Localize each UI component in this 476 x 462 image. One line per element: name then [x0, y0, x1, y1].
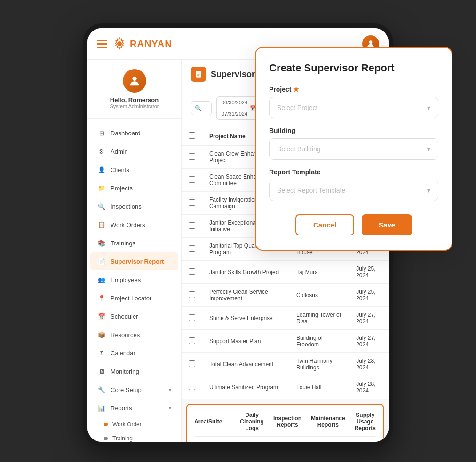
sidebar-item-label: Calendar [111, 350, 171, 357]
row-checkbox[interactable] [189, 337, 195, 344]
cell-project-name: Shine & Serve Enterprise [202, 307, 289, 330]
sidebar: Hello, Romerson System Administrator ⊞ D… [87, 60, 182, 442]
report-template-field: Report Template Select Report Template ▾ [269, 168, 438, 201]
resources-icon: 📦 [97, 330, 106, 339]
cell-project-name: Perfectly Clean Service Improvement [202, 284, 289, 307]
bottom-panel-row: 💬 🖼 🗑 Yes No [194, 437, 376, 442]
bottom-panel-header: Area/Suite DailyCleaning Logs Inspection… [194, 412, 376, 437]
sidebar-item-resources[interactable]: 📦 Resources [90, 326, 178, 344]
project-locator-icon: 📍 [97, 294, 106, 302]
row-checkbox[interactable] [189, 222, 195, 229]
monitoring-icon: 🖥 [97, 367, 106, 376]
row-checkbox[interactable] [189, 384, 195, 390]
cell-date: July 25, 2024 [349, 284, 389, 307]
building-select-box[interactable]: Select Building ▾ [269, 138, 438, 160]
row-checkbox[interactable] [189, 360, 195, 367]
admin-icon: ⚙ [97, 147, 106, 156]
sidebar-item-scheduler[interactable]: 📅 Scheduler [90, 307, 178, 325]
select-all-checkbox[interactable] [189, 132, 195, 139]
sidebar-item-label: Core Setup [111, 386, 164, 393]
template-chevron-icon: ▾ [427, 187, 430, 194]
cancel-button[interactable]: Cancel [295, 214, 354, 235]
sidebar-sub-item-work-order[interactable]: Work Order [87, 417, 181, 431]
sidebar-item-project-locator[interactable]: 📍 Project Locator [90, 289, 178, 307]
top-bar-left: RANYAN [97, 36, 172, 51]
trainings-icon: 📚 [97, 239, 106, 247]
sidebar-item-dashboard[interactable]: ⊞ Dashboard [90, 124, 178, 142]
sidebar-item-label: Project Locator [111, 295, 171, 302]
row-checkbox[interactable] [189, 199, 195, 206]
project-field: Project ★ Select Project ▾ [269, 86, 438, 118]
row-checkbox[interactable] [189, 245, 195, 252]
sidebar-item-clients[interactable]: 👤 Clients [90, 161, 178, 179]
cell-date: July 25, 2024 [349, 261, 389, 284]
sidebar-item-admin[interactable]: ⚙ Admin [90, 142, 178, 160]
area-suite-col-header: Area/Suite [194, 418, 230, 425]
create-supervisor-report-modal: Create Supervisor Report Project ★ Selec… [255, 47, 452, 251]
cell-date: July 28, 2024 [349, 376, 389, 399]
table-row: Shine & Serve Enterprise Learning Tower … [182, 307, 389, 330]
employees-icon: 👥 [97, 275, 106, 284]
logo-container: RANYAN [112, 36, 172, 51]
sidebar-item-monitoring[interactable]: 🖥 Monitoring [90, 362, 178, 380]
row-checkbox[interactable] [189, 153, 195, 160]
row-checkbox[interactable] [189, 176, 195, 183]
sidebar-item-label: Resources [111, 331, 171, 338]
sidebar-user-name: Hello, Romerson [95, 96, 174, 103]
cell-date: July 27, 2024 [349, 307, 389, 330]
sidebar-item-reports[interactable]: 📊 Reports ▾ [90, 399, 178, 417]
calendar-icon: 🗓 [97, 349, 106, 357]
modal-container: Create Supervisor Report Project ★ Selec… [255, 47, 452, 251]
sidebar-item-trainings[interactable]: 📚 Trainings [90, 234, 178, 252]
sidebar-item-label: Inspections [111, 203, 171, 210]
building-chevron-icon: ▾ [427, 145, 430, 153]
project-label: Project ★ [269, 86, 438, 93]
table-row: Janitor Skills Growth Project Taj Mura J… [182, 261, 389, 284]
sidebar-item-label: Admin [111, 148, 171, 155]
row-checkbox[interactable] [189, 268, 195, 275]
sidebar-item-label: Reports [111, 405, 164, 412]
reports-icon: 📊 [97, 404, 106, 412]
scheduler-icon: 📅 [97, 312, 106, 321]
sidebar-item-work-orders[interactable]: 📋 Work Orders [90, 216, 178, 234]
dashboard-icon: ⊞ [97, 129, 106, 137]
project-select-placeholder: Select Project [277, 104, 317, 111]
cell-building: Twin Harmony Buildings [289, 353, 349, 376]
hamburger-menu-icon[interactable] [97, 40, 107, 48]
sidebar-item-label: Dashboard [111, 130, 171, 137]
sidebar-item-employees[interactable]: 👥 Employees [90, 271, 178, 289]
template-select-box[interactable]: Select Report Template ▾ [269, 180, 438, 201]
select-all-header [182, 127, 202, 145]
daily-logs-col-header: DailyCleaning Logs [240, 412, 264, 431]
sidebar-nav: ⊞ Dashboard ⚙ Admin 👤 Clients 📁 [87, 119, 181, 442]
sidebar-item-projects[interactable]: 📁 Projects [90, 179, 178, 197]
svg-point-0 [117, 41, 122, 46]
page-icon [191, 67, 206, 82]
project-select-box[interactable]: Select Project ▾ [269, 97, 438, 118]
cell-project-name: Total Clean Advancement [202, 353, 289, 376]
cell-project-name: Support Master Plan [202, 330, 289, 353]
sidebar-item-supervisor-report[interactable]: 📄 Supervisor Report [90, 252, 178, 270]
sidebar-item-calendar[interactable]: 🗓 Calendar [90, 344, 178, 362]
sidebar-sub-item-training[interactable]: Training [87, 431, 181, 442]
cell-building: Collosus [289, 284, 349, 307]
work-orders-icon: 📋 [97, 220, 106, 229]
sidebar-user-role: System Administrator [95, 103, 174, 109]
save-button[interactable]: Save [362, 214, 412, 235]
logo-text: RANYAN [130, 39, 172, 49]
sidebar-item-inspections[interactable]: 🔍 Inspections [90, 197, 178, 215]
sidebar-user: Hello, Romerson System Administrator [87, 60, 181, 119]
row-checkbox[interactable] [189, 314, 195, 321]
sidebar-item-core-setup[interactable]: 🔧 Core Setup ▾ [90, 381, 178, 399]
sidebar-item-label: Clients [111, 166, 171, 173]
table-row: Ultimate Sanitized Program Louie Hall Ju… [182, 376, 389, 399]
cell-building: Building of Freedom [289, 330, 349, 353]
sidebar-item-label: Projects [111, 185, 171, 192]
building-select-placeholder: Select Building [277, 145, 321, 153]
bottom-panel: Area/Suite DailyCleaning Logs Inspection… [186, 404, 384, 442]
training-dot-icon [104, 437, 108, 440]
logo-gear-icon [112, 36, 127, 51]
sidebar-item-label: Supervisor Report [111, 258, 171, 265]
row-checkbox[interactable] [189, 291, 195, 298]
sub-item-label: Work Order [112, 421, 142, 428]
